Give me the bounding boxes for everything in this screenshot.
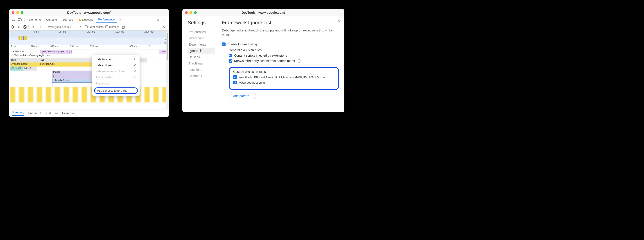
minimize-window-icon[interactable] <box>16 11 19 14</box>
gc-icon[interactable] <box>121 24 126 30</box>
btab-summary[interactable]: Summary <box>12 111 24 116</box>
tab-sources[interactable]: Sources <box>60 17 76 23</box>
flame-task[interactable]: Task <box>10 58 39 62</box>
rule-third-party-scripts[interactable]: Known third-party scripts from source ma… <box>229 59 339 63</box>
help-icon[interactable]: ? <box>298 59 301 63</box>
ctx-reset-trace: Reset trace <box>92 80 140 87</box>
panel-settings-icon[interactable] <box>155 17 161 22</box>
nav-workspace[interactable]: Workspace <box>188 35 215 41</box>
custom-rule-1[interactable]: /ee=ALeJib:B8gLwd;AfeaP:TkrAjf;Afksuc:wM… <box>233 75 334 79</box>
vertical-scrollbar[interactable] <box>166 31 169 109</box>
context-menu: Hide functionH Hide childrenC Hide repea… <box>92 55 140 96</box>
maximize-window-icon[interactable] <box>194 11 197 14</box>
settings-content: ✕ Framework Ignore List Debugger will sk… <box>222 20 339 107</box>
page-title: Framework Ignore List <box>222 20 339 26</box>
reload-record-icon[interactable] <box>16 24 21 30</box>
ctx-hide-function[interactable]: Hide functionH <box>92 56 140 62</box>
add-pattern-button[interactable]: Add pattern... <box>229 93 256 99</box>
clear-icon[interactable] <box>23 25 26 29</box>
tab-performance[interactable]: Performance <box>96 16 117 23</box>
flame-stripes <box>10 87 169 103</box>
page-description: Debugger will skip through the scripts a… <box>222 28 339 37</box>
main-track-header[interactable]: ▼ Main — https://www.google.com/ <box>9 54 169 58</box>
flame-ignore-cell[interactable]: On i…list <box>10 67 24 71</box>
ignore-highlight[interactable]: On ignore list <box>40 67 40 71</box>
btab-calltree[interactable]: Call Tree <box>46 112 58 115</box>
devtools-settings-window: DevTools - www.google.com/ Settings Pref… <box>182 9 344 112</box>
nav-ignore-list[interactable]: Ignore List <box>188 48 215 54</box>
ctx-add-ignore-list[interactable]: Add script to ignore list <box>94 87 138 94</box>
detail-tabs: Summary Bottom-Up Call Tree Event Log <box>9 109 169 117</box>
rule-content-scripts[interactable]: Content scripts injected by extensions <box>229 54 339 57</box>
device-toggle-icon[interactable] <box>17 17 22 22</box>
flame-evaluate-script[interactable]: Evaluate Script <box>10 62 39 67</box>
performance-toolbar: ▼ Screenshots Memory <box>9 23 169 31</box>
ctx-hide-children[interactable]: Hide childrenC <box>92 62 140 68</box>
checkbox-checked-icon <box>233 75 237 79</box>
nav-devices[interactable]: Devices <box>188 54 215 60</box>
capture-settings-icon[interactable] <box>162 24 167 30</box>
checkbox-checked-icon <box>229 59 232 63</box>
more-tabs-icon[interactable] <box>118 17 124 22</box>
close-settings-icon[interactable]: ✕ <box>337 18 341 23</box>
checkbox-checked-icon <box>229 54 232 57</box>
close-window-icon[interactable] <box>185 11 188 14</box>
more-menu-icon[interactable] <box>162 17 167 22</box>
titlebar[interactable]: DevTools - www.google.com/ <box>9 9 169 16</box>
load-profile-icon[interactable] <box>30 24 36 30</box>
enable-ignore-listing-checkbox[interactable]: Enable Ignore Listing <box>222 42 339 46</box>
general-rules-heading: General exclusion rules: <box>229 48 339 52</box>
flame-chart[interactable]: Task Task Evaluate Script Function Call … <box>9 58 169 103</box>
memory-checkbox[interactable]: Memory <box>105 25 119 28</box>
btab-bottomup[interactable]: Bottom-Up <box>28 112 42 115</box>
timeline-overview[interactable]: 4 ms 994 ms 1494 ms 1994 ms 2494 ms CPU … <box>9 31 169 45</box>
checkbox-checked-icon <box>233 81 237 84</box>
network-bar-gen204[interactable]: gen_204 (www.google.com) <box>40 50 72 53</box>
inspect-icon[interactable] <box>11 17 16 22</box>
nav-shortcuts[interactable]: Shortcuts <box>188 73 215 79</box>
nav-preferences[interactable]: Preferences <box>188 29 215 35</box>
custom-rules-highlight: Custom exclusion rules: /ee=ALeJib:B8gLw… <box>229 67 339 90</box>
settings-heading: Settings <box>188 20 215 26</box>
ctx-reset-children: Reset childrenU <box>92 74 140 80</box>
devtools-panel-tabs: Elements Console Sources Network Perform… <box>9 16 169 23</box>
btab-eventlog[interactable]: Event Log <box>62 112 76 115</box>
tab-network[interactable]: Network <box>76 17 95 23</box>
profile-select[interactable] <box>47 25 83 29</box>
minimize-window-icon[interactable] <box>190 11 192 14</box>
close-window-icon[interactable] <box>12 11 14 14</box>
checkbox-checked-icon <box>222 42 226 46</box>
screenshots-checkbox[interactable]: Screenshots <box>85 25 104 28</box>
nav-experiments[interactable]: Experiments <box>188 41 215 48</box>
network-track[interactable]: ▶ Network gen_204 (www.google.com) clien… <box>9 49 169 54</box>
tab-console[interactable]: Console <box>44 17 59 23</box>
svg-rect-2 <box>20 19 22 21</box>
nav-throttling[interactable]: Throttling <box>188 60 215 67</box>
devtools-performance-window: DevTools - www.google.com/ Elements Cons… <box>9 9 169 117</box>
tab-elements[interactable]: Elements <box>26 17 43 23</box>
record-button-icon[interactable] <box>11 25 14 28</box>
maximize-window-icon[interactable] <box>21 11 24 14</box>
custom-rule-2[interactable]: www\.google\.com\b <box>233 81 334 84</box>
flame-run-cell[interactable]: Ru…s <box>24 67 37 71</box>
titlebar[interactable]: DevTools - www.google.com/ <box>182 9 344 16</box>
nav-locations[interactable]: Locations <box>188 67 215 73</box>
time-ruler: 9 ms 324 ms 329 ms 334 ms 339 ms 359 ms … <box>9 45 169 49</box>
timeline-area[interactable]: 4 ms 994 ms 1494 ms 1994 ms 2494 ms CPU … <box>9 31 169 109</box>
window-title: DevTools - www.google.com/ <box>182 11 344 14</box>
save-profile-icon[interactable] <box>38 24 43 30</box>
ignore-highlight-2[interactable]: On ignore list <box>52 83 52 87</box>
dropdown-caret-icon[interactable]: ▼ <box>80 25 82 28</box>
settings-sidebar: Settings Preferences Workspace Experimen… <box>188 20 215 107</box>
window-title: DevTools - www.google.com/ <box>9 11 169 14</box>
ctx-hide-repeating: Hide repeating childrenR <box>92 68 140 74</box>
custom-rules-heading: Custom exclusion rules: <box>233 70 334 74</box>
